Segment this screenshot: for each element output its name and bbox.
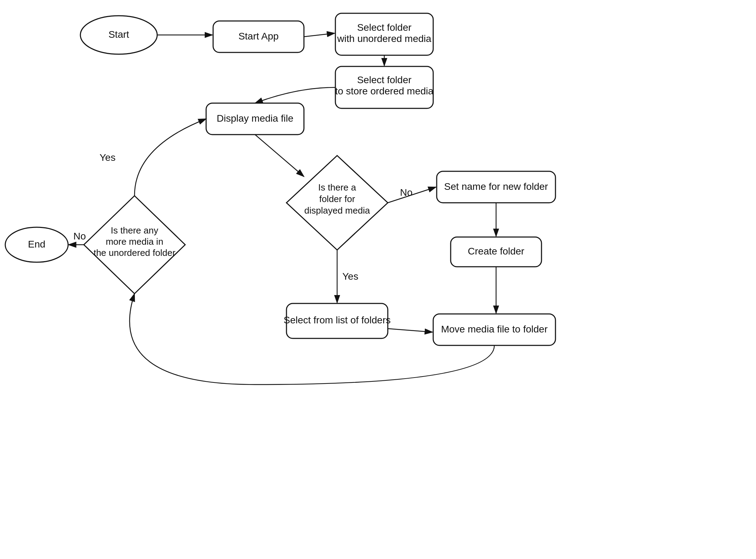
svg-text:displayed media: displayed media bbox=[304, 205, 370, 216]
svg-text:Is there any: Is there any bbox=[111, 225, 158, 236]
svg-text:the unordered folder: the unordered folder bbox=[94, 248, 176, 258]
set-name-label: Set name for new folder bbox=[444, 181, 548, 192]
svg-text:with unordered media: with unordered media bbox=[337, 33, 431, 44]
svg-text:more media in: more media in bbox=[106, 236, 163, 247]
svg-text:folder for: folder for bbox=[319, 194, 355, 204]
end-label: End bbox=[28, 239, 45, 250]
select-unordered-label: Select folder bbox=[357, 22, 412, 33]
svg-text:to store ordered media: to store ordered media bbox=[335, 86, 434, 96]
flowchart-diagram: Start Start App Select folder with unord… bbox=[0, 0, 756, 559]
select-list-label: Select from list of folders bbox=[284, 315, 391, 325]
no-label-2: No bbox=[73, 231, 86, 242]
select-ordered-label: Select folder bbox=[357, 74, 412, 85]
yes-label-2: Yes bbox=[100, 152, 116, 163]
yes-label-1: Yes bbox=[342, 271, 358, 282]
start-label: Start bbox=[108, 29, 129, 40]
move-media-label: Move media file to folder bbox=[441, 324, 547, 335]
start-app-label: Start App bbox=[238, 31, 278, 42]
svg-text:Is there a: Is there a bbox=[318, 182, 356, 193]
display-media-label: Display media file bbox=[217, 113, 293, 124]
no-label-1: No bbox=[400, 187, 413, 198]
create-folder-label: Create folder bbox=[468, 246, 524, 257]
